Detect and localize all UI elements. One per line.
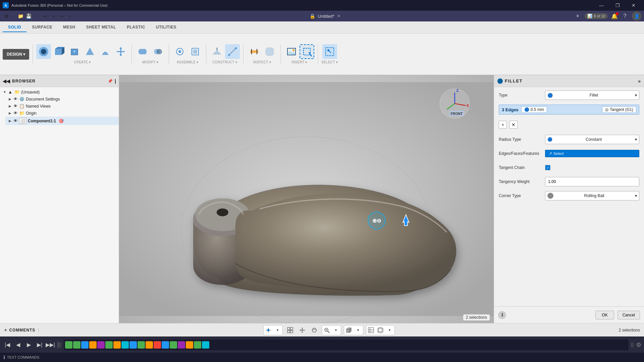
comments-label[interactable]: COMMENTS <box>9 328 35 333</box>
maximize-button[interactable]: ❐ <box>610 0 625 11</box>
redo-dropdown-icon[interactable]: ▾ <box>66 12 73 20</box>
help-icon[interactable]: ? <box>621 12 629 20</box>
construct-axis-icon[interactable] <box>225 44 240 59</box>
type-select[interactable]: 🔵 Fillet ▾ <box>545 90 639 100</box>
insert-image-icon[interactable] <box>284 44 299 59</box>
zoom-icon[interactable] <box>322 325 331 335</box>
inspect-label[interactable]: INSPECT ▾ <box>253 60 271 64</box>
redo-icon[interactable]: ↪ <box>58 12 65 20</box>
assemble-component-icon[interactable] <box>188 44 203 59</box>
minimize-button[interactable]: — <box>594 0 609 11</box>
insert-label[interactable]: INSERT ▾ <box>291 60 307 64</box>
assemble-label[interactable]: ASSEMBLE ▾ <box>177 60 199 64</box>
timeline-item-18[interactable] <box>202 341 209 349</box>
inspect-zebra-icon[interactable] <box>262 44 277 59</box>
design-button[interactable]: DESIGN ▾ <box>3 49 29 60</box>
tangency-weight-input[interactable]: 1.00 <box>545 177 639 186</box>
timeline-item-2[interactable] <box>73 341 80 349</box>
browser-pin-icon[interactable]: 📌 <box>108 79 113 83</box>
tree-item-docsettings[interactable]: ▶ 👁 ⚙️ Document Settings <box>5 96 119 103</box>
remove-row-button[interactable]: ✕ <box>509 121 518 129</box>
select-label[interactable]: SELECT ▾ <box>321 60 338 64</box>
tangent-badge[interactable]: ◎ Tangent (G1) <box>602 106 636 113</box>
construct-plane-icon[interactable] <box>210 44 224 59</box>
info-button[interactable]: ℹ <box>498 311 506 319</box>
close-button[interactable]: ✕ <box>626 0 641 11</box>
browser-collapse-icon[interactable]: ◀◀ <box>3 78 10 84</box>
timeline-item-1[interactable] <box>65 341 72 349</box>
timeline-play[interactable]: ▶ <box>24 340 34 350</box>
tab-sheetmetal[interactable]: SHEET METAL <box>81 23 121 32</box>
select-icon[interactable] <box>322 44 337 59</box>
tree-item-unsaved[interactable]: ▼ ▲ 📁 (Unsaved) <box>0 88 119 96</box>
create-box-icon[interactable] <box>52 44 66 59</box>
tangent-chain-checkbox[interactable]: ✓ <box>545 165 550 170</box>
corner-type-select[interactable]: Rolling Ball ▾ <box>545 191 639 200</box>
panel-expand-icon[interactable]: » <box>638 78 641 84</box>
timeline-item-7[interactable] <box>113 341 121 349</box>
tab-surface[interactable]: SURFACE <box>26 23 58 32</box>
radius-type-select[interactable]: 🔵 Constant ▾ <box>545 135 639 144</box>
undo-icon[interactable]: ↩ <box>42 12 49 20</box>
timeline-item-6[interactable] <box>105 341 113 349</box>
open-file-icon[interactable]: 📁 <box>17 12 24 20</box>
insert-select-icon[interactable] <box>300 44 314 59</box>
timeline-next[interactable]: ▶| <box>35 340 44 350</box>
timeline-item-5[interactable] <box>97 341 105 349</box>
tree-item-namedviews[interactable]: ▶ 👁 📋 Named Views <box>5 103 119 110</box>
timeline-prev[interactable]: ◀ <box>13 340 23 350</box>
timeline-item-8[interactable] <box>121 341 129 349</box>
viewport-canvas[interactable]: ⊕⊖ Z X FRONT <box>119 75 494 323</box>
add-tab-button[interactable]: + <box>574 12 581 20</box>
modify-label[interactable]: MODIFY ▾ <box>142 60 159 64</box>
tab-plastic[interactable]: PLASTIC <box>121 23 151 32</box>
user-avatar[interactable]: 👤 <box>632 11 641 21</box>
assemble-joint-icon[interactable] <box>172 44 187 59</box>
timeline-item-10[interactable] <box>138 341 145 349</box>
grid-toggle-icon[interactable] <box>285 325 295 335</box>
timeline-item-14[interactable] <box>170 341 177 349</box>
counter-badge[interactable]: 📊 8 of 10 <box>585 13 608 19</box>
grid-icon[interactable]: ⊞ <box>3 12 10 20</box>
orbit-icon[interactable] <box>310 325 319 335</box>
save-icon[interactable]: 💾 <box>25 12 32 20</box>
tab-mesh[interactable]: MESH <box>58 23 81 32</box>
viewport[interactable]: ⚠️ Unsaved: Changes may be lost Save <box>119 75 494 323</box>
timeline-item-12[interactable] <box>154 341 161 349</box>
notification-bell[interactable]: 🔔 <box>611 13 618 19</box>
select-edges-button[interactable]: ↗ Select <box>545 150 639 157</box>
display-grid-icon[interactable] <box>366 325 376 335</box>
cancel-button[interactable]: Cancel <box>618 311 640 319</box>
timeline-item-9[interactable] <box>129 341 137 349</box>
modify-combine-icon[interactable] <box>151 44 165 59</box>
ok-button[interactable]: OK <box>595 311 614 319</box>
display-mode-icon[interactable] <box>376 325 385 335</box>
display-dropdown-icon[interactable]: ▾ <box>385 325 394 335</box>
inspect-measure-icon[interactable] <box>247 44 262 59</box>
timeline-item-16[interactable] <box>186 341 193 349</box>
timeline-end[interactable]: ▶▶| <box>46 340 55 350</box>
browser-expand-icon[interactable]: | <box>115 78 116 84</box>
edges-row[interactable]: 3 Edges 🔵 0.5 mm ◎ Tangent (G1) <box>499 105 639 115</box>
close-tab-icon[interactable]: ✕ <box>337 14 340 18</box>
add-comment-icon[interactable]: + <box>4 327 7 333</box>
viewcube-dropdown-icon[interactable]: ▾ <box>354 325 363 335</box>
tree-item-origin[interactable]: ▶ 👁 📁 Origin <box>5 110 119 117</box>
tab-utilities[interactable]: UTILITIES <box>151 23 182 32</box>
create-add-icon[interactable]: + <box>67 44 82 59</box>
edges-mm-ctrl[interactable]: 🔵 0.5 mm <box>521 106 547 113</box>
timeline-item-13[interactable] <box>162 341 169 349</box>
timeline-track[interactable] <box>64 340 629 350</box>
create-sweep-icon[interactable] <box>98 44 113 59</box>
timeline-item-3[interactable] <box>81 341 89 349</box>
snap-dropdown-icon[interactable]: ▾ <box>273 325 282 335</box>
viewcube-icon[interactable] <box>344 325 354 335</box>
zoom-dropdown-icon[interactable]: ▾ <box>331 325 341 335</box>
snap-icon[interactable] <box>264 325 273 335</box>
construct-label[interactable]: CONSTRUCT ▾ <box>213 60 237 64</box>
modify-fillet-icon[interactable] <box>135 44 150 59</box>
timeline-item-4[interactable] <box>89 341 97 349</box>
add-row-button[interactable]: + <box>499 121 507 129</box>
timeline-return-start[interactable]: |◀ <box>3 340 12 350</box>
create-loft-icon[interactable] <box>83 44 97 59</box>
